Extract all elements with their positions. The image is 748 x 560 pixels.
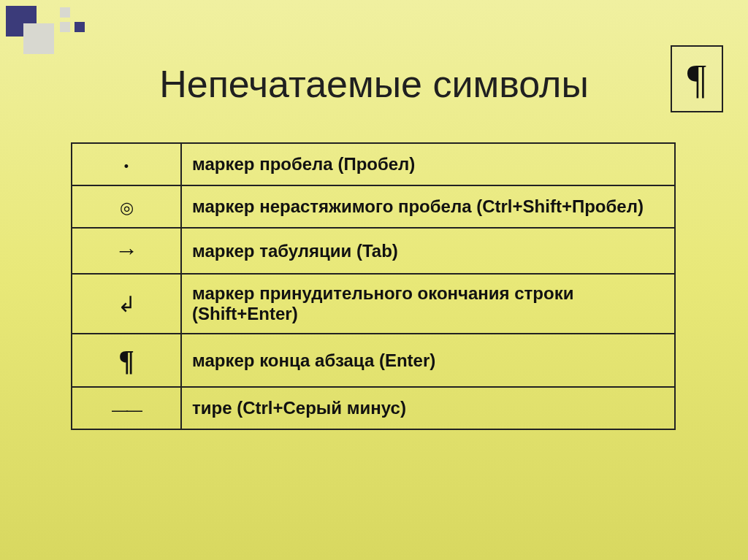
symbol-glyph: —— <box>112 379 141 419</box>
description-cell: маркер нерастяжимого пробела (Ctrl+Shift… <box>181 185 675 228</box>
table-row: ◎маркер нерастяжимого пробела (Ctrl+Shif… <box>72 185 675 228</box>
deco-square-tiny <box>60 22 70 32</box>
deco-square-light <box>23 23 54 54</box>
deco-square-tiny-dark <box>75 22 85 32</box>
symbol-cell: ↲ <box>72 274 181 334</box>
symbols-table-body: •маркер пробела (Пробел)◎маркер нерастяж… <box>72 143 675 429</box>
description-cell: маркер принудительного окончания строки … <box>181 274 675 334</box>
symbol-cell: ◎ <box>72 185 181 228</box>
symbol-cell: → <box>72 228 181 274</box>
table-row: •маркер пробела (Пробел) <box>72 143 675 185</box>
pilcrow-box: ¶ <box>671 45 723 112</box>
slide: Непечатаемые символы ¶ •маркер пробела (… <box>0 0 748 560</box>
description-cell: маркер табуляции (Tab) <box>181 228 675 274</box>
table-row: ¶маркер конца абзаца (Enter) <box>72 334 675 387</box>
slide-title: Непечатаемые символы <box>0 62 748 106</box>
symbol-glyph: ↲ <box>118 292 136 316</box>
table-row: →маркер табуляции (Tab) <box>72 228 675 274</box>
symbol-glyph: ◎ <box>120 199 134 217</box>
symbol-cell: • <box>72 143 181 185</box>
symbol-cell: —— <box>72 387 181 429</box>
symbol-glyph: ¶ <box>118 344 134 377</box>
description-cell: маркер пробела (Пробел) <box>181 143 675 185</box>
description-cell: тире (Ctrl+Серый минус) <box>181 387 675 429</box>
pilcrow-icon: ¶ <box>687 55 706 104</box>
symbol-glyph: • <box>124 159 129 174</box>
table-row: ↲маркер принудительного окончания строки… <box>72 274 675 334</box>
symbol-glyph: → <box>115 237 138 264</box>
symbols-table: •маркер пробела (Пробел)◎маркер нерастяж… <box>71 142 676 430</box>
table-row: ——тире (Ctrl+Серый минус) <box>72 387 675 429</box>
deco-square-tiny <box>60 7 70 18</box>
description-cell: маркер конца абзаца (Enter) <box>181 334 675 387</box>
